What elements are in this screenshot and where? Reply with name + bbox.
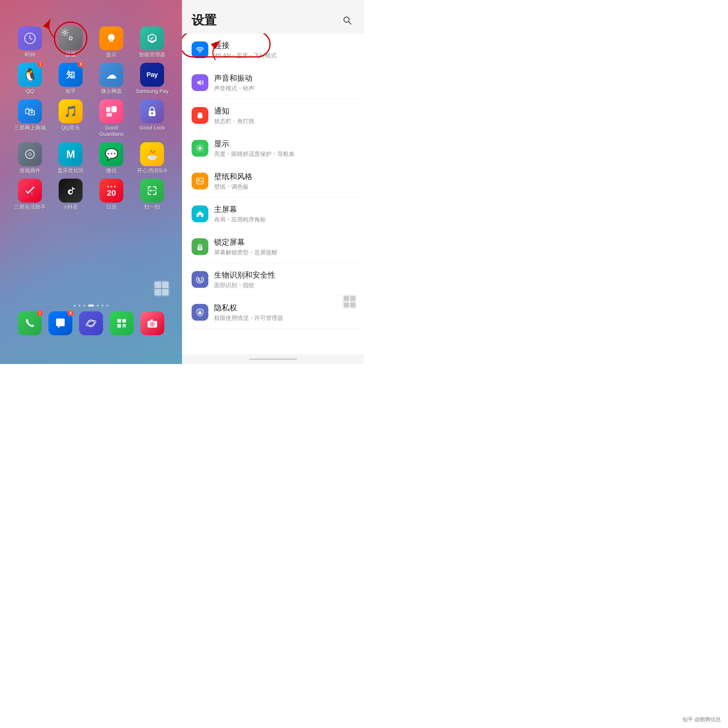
svg-rect-16 <box>117 324 121 327</box>
qq-music-icon: 🎵 <box>59 99 83 123</box>
app-samsung-life[interactable]: ! 三星生活助手 <box>11 179 49 210</box>
svg-rect-31 <box>199 312 201 314</box>
dot-1 <box>78 304 81 306</box>
settings-item-notification[interactable]: 通知 状态栏・免打扰 <box>182 99 364 132</box>
svg-rect-3 <box>112 106 117 112</box>
biometric-subtitle: 面部识别・指纹 <box>214 281 355 289</box>
app-row-4: 游戏插件 M 盖乐世社区 💬 微信 <box>9 142 173 174</box>
connection-text: 连接 WLAN・蓝牙・飞行模式 <box>214 40 355 60</box>
app-settings[interactable]: 设置 <box>52 26 90 58</box>
qq-badge: 1 <box>37 61 43 67</box>
app-clock[interactable]: 时钟 <box>11 26 49 58</box>
app-weiyun[interactable]: ☁ 微云网盘 <box>92 63 130 94</box>
connection-subtitle: WLAN・蓝牙・飞行模式 <box>214 52 355 60</box>
notification-text: 通知 状态栏・免打扰 <box>214 106 355 125</box>
sound-icon <box>191 74 208 91</box>
svg-rect-15 <box>122 319 126 323</box>
app-grid: 时钟 <box>0 12 182 210</box>
app-smart-manager[interactable]: 智能管理器 <box>133 26 171 58</box>
calendar-label: 日历 <box>106 204 117 210</box>
lock-screen-subtitle: 屏幕解锁类型・息屏提醒 <box>214 249 355 256</box>
wechat-icon: 💬 <box>99 142 123 166</box>
app-game-plugin[interactable]: 游戏插件 <box>11 142 49 174</box>
app-calendar[interactable]: ● ● ● 20 日历 <box>92 179 130 210</box>
app-happy-game[interactable]: 🐣 开心消消乐® <box>133 142 171 174</box>
svg-line-24 <box>349 21 351 24</box>
app-row-1: 时钟 <box>9 26 173 58</box>
svg-point-7 <box>26 150 34 159</box>
settings-search-button[interactable] <box>340 13 355 28</box>
lock-screen-title: 锁定屏幕 <box>214 237 355 248</box>
app-gele[interactable]: M 盖乐世社区 <box>52 142 90 174</box>
status-bar <box>0 0 182 12</box>
svg-rect-8 <box>29 152 31 153</box>
happy-game-icon: 🐣 <box>140 142 164 166</box>
app-wechat[interactable]: 💬 微信 <box>92 142 130 174</box>
phone-badge: 1 <box>37 310 43 316</box>
app-qq[interactable]: 🐧 1 QQ <box>11 63 49 94</box>
app-good-guardians[interactable]: Good Guardians <box>92 99 130 138</box>
biometric-icon <box>191 271 208 288</box>
connection-icon <box>191 41 208 58</box>
app-samsung-pay[interactable]: Pay Samsung Pay <box>133 63 171 94</box>
dock-phone[interactable]: 1 <box>18 311 42 335</box>
settings-item-display[interactable]: 显示 亮度・眼睛舒适度保护・导航条 <box>182 132 364 165</box>
notification-title: 通知 <box>214 106 355 116</box>
settings-header: 设置 <box>182 0 364 34</box>
home-screen-icon <box>191 205 208 222</box>
wallpaper-title: 壁纸和风格 <box>214 171 355 182</box>
settings-item-home-screen[interactable]: 主屏幕 布局・应用程序角标 <box>182 197 364 230</box>
app-good-lock[interactable]: Good Lock <box>133 99 171 131</box>
svg-text:!: ! <box>31 191 32 196</box>
wallpaper-text: 壁纸和风格 壁纸・调色板 <box>214 171 355 191</box>
settings-item-wallpaper[interactable]: 壁纸和风格 壁纸・调色板 <box>182 165 364 197</box>
app-qq-music[interactable]: 🎵 QQ音乐 <box>52 99 90 131</box>
app-douyin[interactable]: ⊙抖音 <box>52 179 90 210</box>
app-row-3: 🛍 三星网上商城 🎵 QQ音乐 <box>9 99 173 138</box>
connection-title: 连接 <box>214 40 355 51</box>
samsung-store-label: 三星网上商城 <box>14 125 46 131</box>
settings-item-connection[interactable]: 连接 WLAN・蓝牙・飞行模式 <box>182 34 364 66</box>
all-apps-button[interactable] <box>153 280 170 297</box>
svg-rect-2 <box>106 107 110 112</box>
svg-point-26 <box>198 147 202 150</box>
sound-subtitle: 声音模式・铃声 <box>214 84 355 92</box>
app-samsung-store[interactable]: 🛍 三星网上商城 <box>11 99 49 131</box>
settings-item-lock-screen[interactable]: 锁定屏幕 屏幕解锁类型・息屏提醒 <box>182 230 364 263</box>
notification-subtitle: 状态栏・免打扰 <box>214 117 355 125</box>
qq-label: QQ <box>26 88 34 94</box>
settings-item-sound[interactable]: 声音和振动 声音模式・铃声 <box>182 66 364 99</box>
settings-panel: 设置 <box>182 0 364 364</box>
dock-camera[interactable] <box>140 311 164 335</box>
dock-browser[interactable] <box>79 311 103 335</box>
svg-point-28 <box>198 179 199 180</box>
home-screen-title: 主屏幕 <box>214 204 355 215</box>
dock-messages[interactable]: 6 <box>48 311 72 335</box>
home-screen-subtitle: 布局・应用程序角标 <box>214 216 355 223</box>
settings-item-biometric[interactable]: 生物识别和安全性 面部识别・指纹 <box>182 263 364 296</box>
calendar-icon: ● ● ● 20 <box>99 179 123 203</box>
scan-label: 扫一扫 <box>144 204 160 210</box>
settings-item-privacy[interactable]: 隐私权 权限使用情况・许可管理器 <box>182 296 364 329</box>
svg-point-30 <box>199 247 201 249</box>
app-scan[interactable]: 扫一扫 <box>133 179 171 210</box>
weiyun-label: 微云网盘 <box>101 88 122 94</box>
svg-rect-21 <box>150 320 153 321</box>
zhihu-badge: 8 <box>78 61 84 67</box>
lock-screen-text: 锁定屏幕 屏幕解锁类型・息屏提醒 <box>214 237 355 256</box>
privacy-title: 隐私权 <box>214 303 355 313</box>
app-tips[interactable]: 提示 <box>92 26 130 58</box>
qq-music-label: QQ音乐 <box>61 125 80 131</box>
scan-icon <box>140 179 164 203</box>
douyin-label: ⊙抖音 <box>63 204 78 210</box>
multitask-icon <box>110 311 134 335</box>
display-title: 显示 <box>214 139 355 149</box>
dot-4 <box>97 304 99 306</box>
settings-list: 连接 WLAN・蓝牙・飞行模式 声音和振动 声音模式・铃声 <box>182 34 364 355</box>
app-zhihu[interactable]: 知 8 知乎 <box>52 63 90 94</box>
svg-point-25 <box>199 52 201 53</box>
svg-rect-9 <box>29 155 31 156</box>
dock-multitask[interactable] <box>110 311 134 335</box>
samsung-pay-icon: Pay <box>140 63 164 87</box>
settings-grid-button[interactable] <box>343 295 357 309</box>
